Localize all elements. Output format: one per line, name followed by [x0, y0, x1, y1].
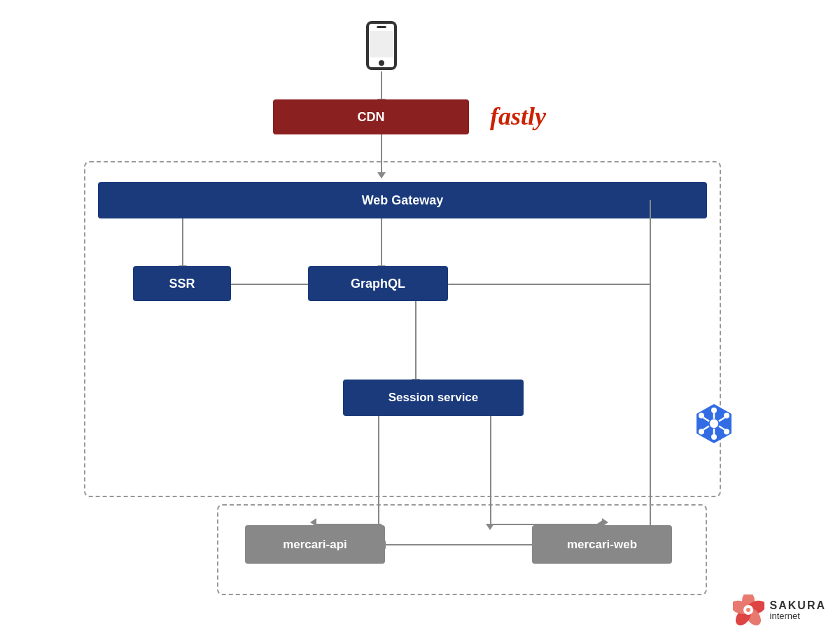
svg-point-14 [699, 413, 704, 419]
svg-point-16 [699, 429, 704, 435]
kubernetes-logo [693, 403, 735, 445]
svg-point-12 [711, 408, 717, 413]
sakura-text: SAKURA internet [770, 599, 826, 622]
ssr-label: SSR [169, 277, 195, 291]
svg-rect-1 [377, 26, 386, 28]
arrow-phone-to-cdn [381, 71, 382, 99]
graphql-label: GraphQL [351, 277, 405, 291]
sakura-sub: internet [770, 611, 826, 621]
arrow-graphql-to-session [415, 301, 416, 380]
line-session-to-web-vertical [490, 416, 491, 525]
graphql-box: GraphQL [308, 266, 448, 301]
svg-point-15 [724, 429, 729, 435]
mercari-web-box: mercari-web [532, 525, 672, 564]
svg-point-2 [379, 60, 384, 66]
cdn-label: CDN [358, 110, 385, 125]
arrow-mercari-web-to-api [385, 544, 532, 545]
sakura-logo: SAKURA internet [733, 594, 826, 626]
arrowhead-down-web [486, 524, 494, 530]
web-gateway-box: Web Gateway [98, 182, 707, 218]
sakura-name: SAKURA [770, 599, 826, 612]
svg-rect-3 [370, 31, 393, 57]
mercari-api-label: mercari-api [283, 538, 347, 552]
line-webgateway-right-vertical [650, 200, 651, 527]
diagram-container: CDN fastly Web Gateway SSR GraphQL Sessi… [42, 14, 798, 616]
svg-point-13 [711, 434, 717, 440]
arrow-webgateway-to-ssr [182, 218, 183, 266]
ssr-box: SSR [133, 266, 231, 301]
web-gateway-label: Web Gateway [362, 193, 444, 208]
line-session-to-api-vertical [378, 416, 379, 525]
cdn-box: CDN [273, 99, 469, 134]
session-service-box: Session service [343, 380, 524, 416]
arrow-webgateway-to-graphql [381, 218, 382, 266]
session-service-label: Session service [388, 391, 479, 405]
line-graphql-right [448, 284, 651, 285]
svg-point-17 [724, 413, 729, 419]
svg-point-5 [709, 419, 719, 429]
fastly-label: fastly [490, 102, 546, 131]
phone-icon [364, 21, 399, 70]
svg-point-25 [746, 608, 750, 612]
mercari-api-box: mercari-api [245, 525, 385, 564]
mercari-web-label: mercari-web [567, 538, 637, 552]
